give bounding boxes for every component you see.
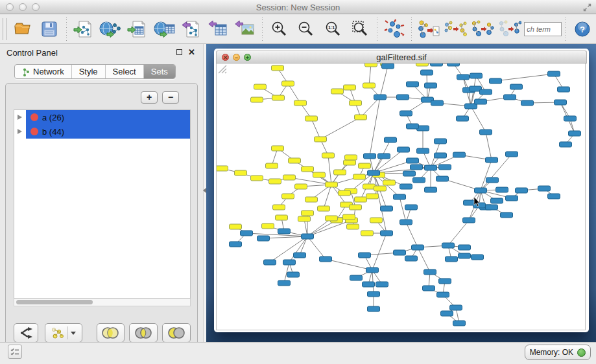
network-node[interactable] — [278, 229, 291, 234]
layout-diffusion-button[interactable] — [381, 17, 408, 41]
network-node[interactable] — [450, 305, 462, 310]
zoom-out-button[interactable] — [293, 17, 320, 41]
network-node[interactable] — [394, 194, 406, 199]
network-edge[interactable] — [372, 233, 387, 270]
network-node[interactable] — [365, 63, 377, 67]
network-node[interactable] — [480, 89, 492, 95]
network-node[interactable] — [272, 146, 284, 151]
network-node[interactable] — [398, 147, 410, 152]
network-node[interactable] — [376, 282, 388, 287]
network-node[interactable] — [283, 175, 296, 180]
network-node[interactable] — [383, 180, 396, 185]
network-node[interactable] — [504, 95, 516, 100]
network-node[interactable] — [453, 321, 466, 326]
help-button[interactable]: ? — [569, 17, 596, 41]
network-node[interactable] — [403, 171, 416, 176]
network-node[interactable] — [405, 256, 418, 261]
network-node[interactable] — [400, 111, 412, 116]
network-node[interactable] — [269, 179, 281, 184]
scrollbar-thumb[interactable] — [16, 300, 93, 304]
expand-arrow-icon[interactable] — [18, 129, 22, 134]
network-node[interactable] — [425, 165, 437, 170]
network-subtract-button[interactable] — [496, 17, 523, 41]
network-node[interactable] — [343, 214, 355, 220]
network-node[interactable] — [368, 170, 380, 176]
import-table-web-button[interactable] — [151, 17, 178, 41]
network-node[interactable] — [441, 311, 453, 316]
network-edge[interactable] — [471, 106, 486, 132]
import-network-file-button[interactable] — [70, 17, 97, 41]
network-node[interactable] — [538, 186, 551, 191]
network-node[interactable] — [470, 73, 483, 78]
network-node[interactable] — [411, 165, 423, 170]
network-node[interactable] — [251, 176, 263, 181]
network-node[interactable] — [287, 272, 300, 277]
network-node[interactable] — [366, 267, 379, 273]
task-history-button[interactable] — [8, 345, 22, 359]
network-node[interactable] — [318, 206, 330, 211]
network-node[interactable] — [289, 158, 301, 163]
network-node[interactable] — [400, 220, 412, 225]
network-node[interactable] — [361, 231, 374, 236]
network-node[interactable] — [331, 89, 344, 94]
zoom-in-button[interactable] — [266, 17, 293, 41]
network-node[interactable] — [257, 236, 270, 241]
network-node[interactable] — [459, 245, 471, 250]
network-node[interactable] — [347, 224, 359, 229]
network-node[interactable] — [278, 280, 291, 286]
close-panel-icon[interactable]: ✕ — [188, 47, 195, 57]
network-edge[interactable] — [289, 236, 307, 262]
network-node[interactable] — [431, 100, 444, 106]
network-node[interactable] — [437, 292, 449, 297]
network-node[interactable] — [344, 85, 356, 90]
network-node[interactable] — [501, 212, 513, 218]
network-node[interactable] — [350, 275, 363, 280]
network-node[interactable] — [302, 234, 314, 239]
network-node[interactable] — [435, 153, 447, 158]
expand-arrow-icon[interactable] — [18, 115, 22, 120]
network-edge[interactable] — [380, 66, 388, 97]
network-node[interactable] — [416, 63, 429, 66]
network-node[interactable] — [298, 216, 311, 222]
network-node[interactable] — [282, 81, 294, 86]
network-node[interactable] — [230, 242, 242, 247]
export-network-button[interactable] — [178, 17, 205, 41]
network-node[interactable] — [506, 152, 518, 157]
chevron-down-icon[interactable] — [71, 332, 76, 335]
network-edge[interactable] — [263, 236, 307, 238]
network-node[interactable] — [407, 124, 419, 129]
network-node[interactable] — [276, 215, 288, 220]
network-node[interactable] — [558, 87, 570, 92]
network-node[interactable] — [326, 182, 338, 187]
network-node[interactable] — [305, 197, 318, 202]
network-node[interactable] — [363, 282, 375, 287]
zoom-1-1-button[interactable]: 1:1 — [320, 17, 347, 41]
network-node[interactable] — [302, 166, 314, 172]
network-node[interactable] — [374, 186, 387, 191]
network-edge[interactable] — [374, 150, 403, 173]
network-node[interactable] — [521, 100, 534, 106]
open-session-button[interactable] — [9, 17, 36, 41]
network-node[interactable] — [302, 210, 314, 216]
network-node[interactable] — [251, 97, 263, 102]
network-node[interactable] — [564, 116, 577, 121]
toolbar-drag-handle[interactable] — [3, 18, 6, 40]
network-node[interactable] — [457, 116, 469, 121]
union-sets-button[interactable] — [97, 323, 125, 343]
import-network-web-button[interactable] — [97, 17, 125, 41]
network-node[interactable] — [439, 165, 451, 170]
network-node[interactable] — [368, 291, 380, 297]
network-node[interactable] — [442, 243, 455, 248]
tab-style[interactable]: Style — [71, 65, 105, 78]
network-node[interactable] — [315, 137, 327, 142]
network-node[interactable] — [516, 188, 528, 193]
split-sets-button[interactable] — [14, 323, 38, 343]
export-table-button[interactable] — [205, 17, 232, 41]
horizontal-scrollbar[interactable] — [14, 299, 191, 306]
network-node[interactable] — [381, 231, 393, 236]
network-node[interactable] — [217, 166, 228, 171]
network-node[interactable] — [459, 253, 471, 258]
network-canvas[interactable] — [216, 63, 586, 330]
network-node[interactable] — [475, 188, 487, 193]
network-node[interactable] — [400, 184, 412, 189]
